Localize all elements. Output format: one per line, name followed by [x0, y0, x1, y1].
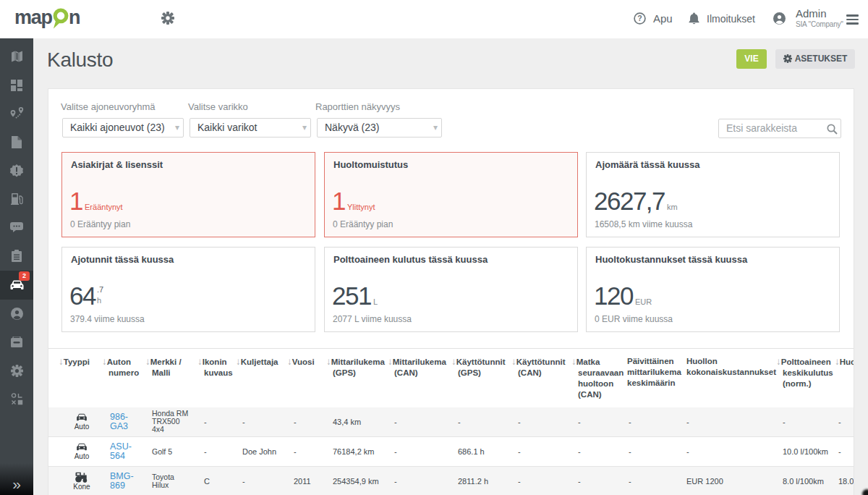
svg-text:?: ?	[637, 14, 642, 22]
